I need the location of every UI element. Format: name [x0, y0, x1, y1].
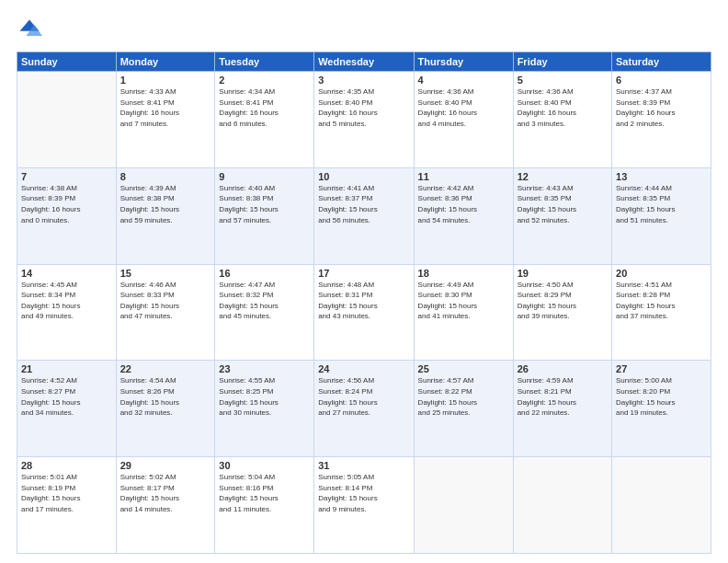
- day-number: 27: [616, 363, 707, 374]
- calendar-cell: 1Sunrise: 4:33 AM Sunset: 8:41 PM Daylig…: [116, 72, 215, 168]
- day-number: 22: [120, 363, 211, 374]
- day-info: Sunrise: 4:54 AM Sunset: 8:26 PM Dayligh…: [120, 375, 211, 418]
- calendar-cell: 8Sunrise: 4:39 AM Sunset: 8:38 PM Daylig…: [116, 167, 215, 264]
- day-info: Sunrise: 4:49 AM Sunset: 8:30 PM Dayligh…: [418, 280, 509, 322]
- day-number: 21: [21, 363, 112, 374]
- day-number: 28: [21, 460, 112, 471]
- weekday-header-saturday: Saturday: [612, 52, 711, 72]
- calendar-cell: 4Sunrise: 4:36 AM Sunset: 8:40 PM Daylig…: [414, 72, 513, 168]
- weekday-header-friday: Friday: [513, 52, 611, 72]
- day-number: 5: [518, 75, 608, 86]
- calendar-cell: 16Sunrise: 4:47 AM Sunset: 8:32 PM Dayli…: [215, 264, 314, 361]
- day-number: 20: [616, 268, 707, 279]
- day-info: Sunrise: 4:42 AM Sunset: 8:36 PM Dayligh…: [418, 183, 509, 225]
- day-info: Sunrise: 4:57 AM Sunset: 8:22 PM Dayligh…: [418, 375, 509, 418]
- calendar-cell: 17Sunrise: 4:48 AM Sunset: 8:31 PM Dayli…: [314, 264, 414, 361]
- day-info: Sunrise: 5:01 AM Sunset: 8:19 PM Dayligh…: [21, 472, 112, 514]
- calendar-week-row: 7Sunrise: 4:38 AM Sunset: 8:39 PM Daylig…: [17, 167, 711, 264]
- day-info: Sunrise: 5:02 AM Sunset: 8:17 PM Dayligh…: [120, 472, 211, 514]
- day-info: Sunrise: 4:36 AM Sunset: 8:40 PM Dayligh…: [518, 86, 608, 129]
- calendar-cell: 30Sunrise: 5:04 AM Sunset: 8:16 PM Dayli…: [215, 457, 314, 554]
- calendar-cell: 27Sunrise: 5:00 AM Sunset: 8:20 PM Dayli…: [612, 361, 711, 457]
- day-number: 6: [616, 75, 707, 86]
- calendar-cell: 6Sunrise: 4:37 AM Sunset: 8:39 PM Daylig…: [612, 72, 711, 168]
- calendar-cell: [414, 457, 513, 554]
- weekday-header-thursday: Thursday: [414, 52, 513, 72]
- calendar-cell: 15Sunrise: 4:46 AM Sunset: 8:33 PM Dayli…: [116, 264, 215, 361]
- calendar-cell: 24Sunrise: 4:56 AM Sunset: 8:24 PM Dayli…: [314, 361, 414, 457]
- day-info: Sunrise: 4:45 AM Sunset: 8:34 PM Dayligh…: [21, 280, 112, 322]
- calendar-cell: 18Sunrise: 4:49 AM Sunset: 8:30 PM Dayli…: [414, 264, 513, 361]
- day-number: 19: [518, 268, 608, 279]
- day-number: 31: [318, 460, 409, 471]
- calendar-cell: 29Sunrise: 5:02 AM Sunset: 8:17 PM Dayli…: [116, 457, 215, 554]
- day-info: Sunrise: 5:05 AM Sunset: 8:14 PM Dayligh…: [318, 472, 409, 514]
- day-info: Sunrise: 4:44 AM Sunset: 8:35 PM Dayligh…: [616, 183, 707, 225]
- calendar-cell: [612, 457, 711, 554]
- day-info: Sunrise: 4:46 AM Sunset: 8:33 PM Dayligh…: [120, 280, 211, 322]
- day-number: 13: [616, 171, 707, 182]
- logo-icon: [17, 17, 42, 42]
- weekday-header-sunday: Sunday: [17, 52, 117, 72]
- calendar-cell: [17, 72, 117, 168]
- day-info: Sunrise: 4:41 AM Sunset: 8:37 PM Dayligh…: [318, 183, 409, 225]
- day-info: Sunrise: 4:55 AM Sunset: 8:25 PM Dayligh…: [219, 375, 310, 418]
- day-number: 25: [418, 363, 509, 374]
- logo: [17, 17, 46, 42]
- day-number: 12: [518, 171, 608, 182]
- calendar-cell: 5Sunrise: 4:36 AM Sunset: 8:40 PM Daylig…: [513, 72, 611, 168]
- day-info: Sunrise: 4:56 AM Sunset: 8:24 PM Dayligh…: [318, 375, 409, 418]
- calendar-week-row: 28Sunrise: 5:01 AM Sunset: 8:19 PM Dayli…: [17, 457, 711, 554]
- day-info: Sunrise: 4:47 AM Sunset: 8:32 PM Dayligh…: [219, 280, 310, 322]
- day-info: Sunrise: 4:59 AM Sunset: 8:21 PM Dayligh…: [518, 375, 608, 418]
- day-info: Sunrise: 5:00 AM Sunset: 8:20 PM Dayligh…: [616, 375, 707, 418]
- calendar-cell: 7Sunrise: 4:38 AM Sunset: 8:39 PM Daylig…: [17, 167, 117, 264]
- calendar-week-row: 21Sunrise: 4:52 AM Sunset: 8:27 PM Dayli…: [17, 361, 711, 457]
- day-info: Sunrise: 4:51 AM Sunset: 8:28 PM Dayligh…: [616, 280, 707, 322]
- day-number: 15: [120, 268, 211, 279]
- calendar-table: SundayMondayTuesdayWednesdayThursdayFrid…: [17, 52, 711, 554]
- day-number: 8: [120, 171, 211, 182]
- day-number: 7: [21, 171, 112, 182]
- calendar-cell: 19Sunrise: 4:50 AM Sunset: 8:29 PM Dayli…: [513, 264, 611, 361]
- weekday-header-row: SundayMondayTuesdayWednesdayThursdayFrid…: [17, 52, 711, 72]
- day-info: Sunrise: 5:04 AM Sunset: 8:16 PM Dayligh…: [219, 472, 310, 514]
- day-number: 1: [120, 75, 211, 86]
- calendar-week-row: 14Sunrise: 4:45 AM Sunset: 8:34 PM Dayli…: [17, 264, 711, 361]
- calendar-cell: 20Sunrise: 4:51 AM Sunset: 8:28 PM Dayli…: [612, 264, 711, 361]
- weekday-header-monday: Monday: [116, 52, 215, 72]
- calendar-cell: 22Sunrise: 4:54 AM Sunset: 8:26 PM Dayli…: [116, 361, 215, 457]
- calendar-cell: 21Sunrise: 4:52 AM Sunset: 8:27 PM Dayli…: [17, 361, 117, 457]
- calendar-cell: 28Sunrise: 5:01 AM Sunset: 8:19 PM Dayli…: [17, 457, 117, 554]
- day-number: 18: [418, 268, 509, 279]
- day-info: Sunrise: 4:43 AM Sunset: 8:35 PM Dayligh…: [518, 183, 608, 225]
- day-number: 26: [518, 363, 608, 374]
- day-number: 9: [219, 171, 310, 182]
- day-number: 24: [318, 363, 409, 374]
- day-info: Sunrise: 4:33 AM Sunset: 8:41 PM Dayligh…: [120, 86, 211, 129]
- calendar-cell: 31Sunrise: 5:05 AM Sunset: 8:14 PM Dayli…: [314, 457, 414, 554]
- day-info: Sunrise: 4:52 AM Sunset: 8:27 PM Dayligh…: [21, 375, 112, 418]
- day-info: Sunrise: 4:35 AM Sunset: 8:40 PM Dayligh…: [318, 86, 409, 129]
- weekday-header-tuesday: Tuesday: [215, 52, 314, 72]
- calendar-cell: 10Sunrise: 4:41 AM Sunset: 8:37 PM Dayli…: [314, 167, 414, 264]
- day-number: 23: [219, 363, 310, 374]
- day-info: Sunrise: 4:38 AM Sunset: 8:39 PM Dayligh…: [21, 183, 112, 225]
- calendar-cell: 13Sunrise: 4:44 AM Sunset: 8:35 PM Dayli…: [612, 167, 711, 264]
- calendar-cell: [513, 457, 611, 554]
- calendar-cell: 25Sunrise: 4:57 AM Sunset: 8:22 PM Dayli…: [414, 361, 513, 457]
- day-number: 14: [21, 268, 112, 279]
- calendar-week-row: 1Sunrise: 4:33 AM Sunset: 8:41 PM Daylig…: [17, 72, 711, 168]
- day-number: 29: [120, 460, 211, 471]
- day-info: Sunrise: 4:50 AM Sunset: 8:29 PM Dayligh…: [518, 280, 608, 322]
- day-info: Sunrise: 4:37 AM Sunset: 8:39 PM Dayligh…: [616, 86, 707, 129]
- day-number: 16: [219, 268, 310, 279]
- page: SundayMondayTuesdayWednesdayThursdayFrid…: [0, 0, 728, 563]
- day-info: Sunrise: 4:40 AM Sunset: 8:38 PM Dayligh…: [219, 183, 310, 225]
- day-number: 17: [318, 268, 409, 279]
- calendar-cell: 2Sunrise: 4:34 AM Sunset: 8:41 PM Daylig…: [215, 72, 314, 168]
- day-number: 10: [318, 171, 409, 182]
- day-info: Sunrise: 4:39 AM Sunset: 8:38 PM Dayligh…: [120, 183, 211, 225]
- day-number: 4: [418, 75, 509, 86]
- calendar-cell: 12Sunrise: 4:43 AM Sunset: 8:35 PM Dayli…: [513, 167, 611, 264]
